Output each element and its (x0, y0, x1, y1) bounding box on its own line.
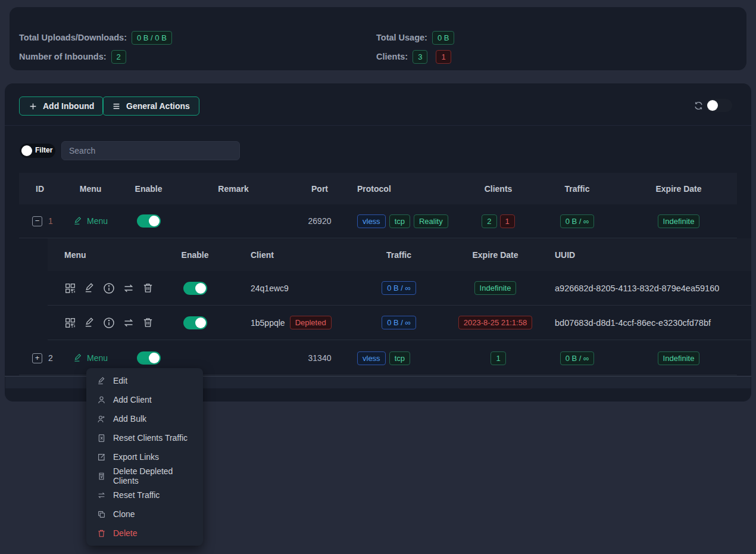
menu-item-edit[interactable]: Edit (86, 371, 203, 390)
edit-icon (73, 216, 83, 226)
inbound-id: 1 (48, 216, 53, 226)
client-enable-toggle[interactable] (183, 282, 207, 295)
inbounds-table: ID Menu Enable Remark Port Protocol Clie… (19, 173, 737, 375)
menu-item-clone[interactable]: Clone (86, 505, 203, 524)
header-id: ID (19, 173, 61, 204)
reset-traffic-icon[interactable] (123, 282, 135, 294)
general-actions-button[interactable]: General Actions (102, 97, 199, 116)
stat-value-badge: 0 B / 0 B (132, 31, 172, 45)
filter-toggle-label: Filter (35, 146, 52, 154)
header-traffic: Traffic (534, 173, 620, 204)
clients-table: Menu Enable Client Traffic Expire Date U… (48, 238, 751, 340)
menu-item-delete[interactable]: Delete (86, 524, 203, 543)
reset-clients-traffic-icon (97, 434, 106, 443)
delete-client-icon[interactable] (142, 282, 154, 294)
clients-depleted-badge: 1 (436, 50, 451, 64)
header-client: Client (229, 238, 351, 271)
menu-item-reset-clients-traffic[interactable]: Reset Clients Traffic (86, 428, 203, 447)
collapse-row-button[interactable]: − (32, 216, 42, 226)
inbounds-card: Add Inbound General Actions Filter (5, 83, 751, 402)
header-enable: Enable (161, 238, 229, 271)
header-menu: Menu (48, 238, 161, 271)
inbound-menu-button[interactable]: Menu (73, 216, 108, 226)
general-actions-label: General Actions (126, 101, 190, 111)
inbounds-page: Total Uploads/Downloads: 0 B / 0 B Numbe… (0, 0, 756, 554)
toolbar-divider (5, 125, 751, 126)
reset-traffic-icon (97, 491, 106, 500)
stat-clients: Clients: 3 1 (376, 49, 451, 64)
stat-label: Total Usage: (376, 33, 427, 42)
inbounds-table-header: ID Menu Enable Remark Port Protocol Clie… (19, 173, 737, 204)
client-row-2: 1b5ppqle Depleted 0 B / ∞ 2023-8-25 21:1… (48, 306, 751, 340)
inbound-port: 31340 (308, 353, 332, 363)
expire-badge: Indefinite (658, 351, 700, 365)
edit-icon (73, 353, 83, 363)
qrcode-icon[interactable] (64, 282, 76, 294)
menu-item-export-links[interactable]: Export Links (86, 447, 203, 466)
menu-lines-icon (112, 102, 121, 111)
stat-number-of-inbounds: Number of Inbounds: 2 (19, 49, 126, 64)
client-traffic-badge: 0 B / ∞ (382, 316, 416, 329)
inbound-menu-label: Menu (87, 216, 108, 226)
protocol-badge: vless (357, 214, 386, 228)
inbound-enable-toggle[interactable] (137, 214, 161, 228)
stat-total-uploads-downloads: Total Uploads/Downloads: 0 B / 0 B (19, 30, 172, 45)
info-icon[interactable] (103, 317, 115, 329)
search-box (61, 141, 240, 160)
security-badge: Reality (414, 214, 448, 228)
header-expire-date: Expire Date (446, 238, 544, 271)
header-uuid: UUID (544, 238, 751, 271)
inbound-menu-button[interactable]: Menu (73, 353, 108, 363)
client-row-1: 24q1ewc9 0 B / ∞ Indefinite a926682d-820… (48, 271, 751, 306)
client-enable-toggle[interactable] (183, 316, 207, 329)
network-badge: tcp (389, 351, 410, 365)
header-traffic: Traffic (351, 238, 446, 271)
info-icon[interactable] (103, 282, 115, 294)
header-remark: Remark (177, 173, 290, 204)
clients-active-badge: 3 (413, 50, 427, 64)
add-client-icon (97, 396, 106, 404)
client-uuid: a926682d-8205-4113-832d-879e4ea59160 (555, 284, 719, 293)
expand-row-button[interactable]: + (32, 353, 42, 363)
inbound-enable-toggle[interactable] (137, 351, 161, 365)
header-clients: Clients (463, 173, 534, 204)
stat-label: Total Uploads/Downloads: (19, 33, 127, 42)
edit-icon (97, 376, 106, 385)
inbound-menu-label: Menu (87, 353, 108, 363)
search-input[interactable] (62, 142, 239, 160)
delete-client-icon[interactable] (142, 317, 154, 328)
reset-traffic-icon[interactable] (123, 317, 135, 329)
client-expire-badge: 2023-8-25 21:1:58 (458, 316, 532, 329)
header-enable: Enable (120, 173, 177, 204)
inbound-id: 2 (48, 353, 53, 363)
add-inbound-label: Add Inbound (43, 101, 94, 111)
client-expire-badge: Indefinite (474, 281, 517, 295)
inbound-remark (177, 204, 290, 238)
client-traffic-badge: 0 B / ∞ (382, 281, 416, 295)
clients-depleted-badge: 1 (500, 214, 515, 228)
refresh-icon[interactable] (693, 101, 704, 111)
stat-total-usage: Total Usage: 0 B (376, 30, 454, 45)
header-port: Port (290, 173, 349, 204)
traffic-badge: 0 B / ∞ (560, 351, 595, 365)
menu-item-delete-depleted-clients[interactable]: Delete Depleted Clients (86, 466, 203, 485)
clients-ok-badge: 1 (491, 351, 505, 365)
header-expire-date: Expire Date (620, 173, 737, 204)
add-inbound-button[interactable]: Add Inbound (19, 97, 104, 116)
delete-icon (97, 529, 106, 538)
qrcode-icon[interactable] (64, 317, 76, 329)
menu-item-add-client[interactable]: Add Client (86, 390, 203, 409)
menu-item-reset-traffic[interactable]: Reset Traffic (86, 485, 203, 505)
menu-item-add-bulk[interactable]: Add Bulk (86, 409, 203, 428)
clients-ok-badge: 2 (482, 214, 496, 228)
clients-table-wrap: Menu Enable Client Traffic Expire Date U… (19, 238, 737, 341)
stat-label: Clients: (376, 52, 408, 61)
dark-mode-toggle[interactable] (706, 99, 732, 112)
edit-icon[interactable] (84, 317, 95, 328)
header-protocol: Protocol (349, 173, 463, 204)
filter-toggle[interactable]: Filter (20, 144, 55, 158)
protocol-badge: vless (357, 351, 386, 365)
client-uuid: bd07683d-d8d1-4ccf-86ec-e3230cfd78bf (555, 318, 711, 328)
edit-icon[interactable] (84, 282, 95, 294)
header-menu: Menu (61, 173, 120, 204)
